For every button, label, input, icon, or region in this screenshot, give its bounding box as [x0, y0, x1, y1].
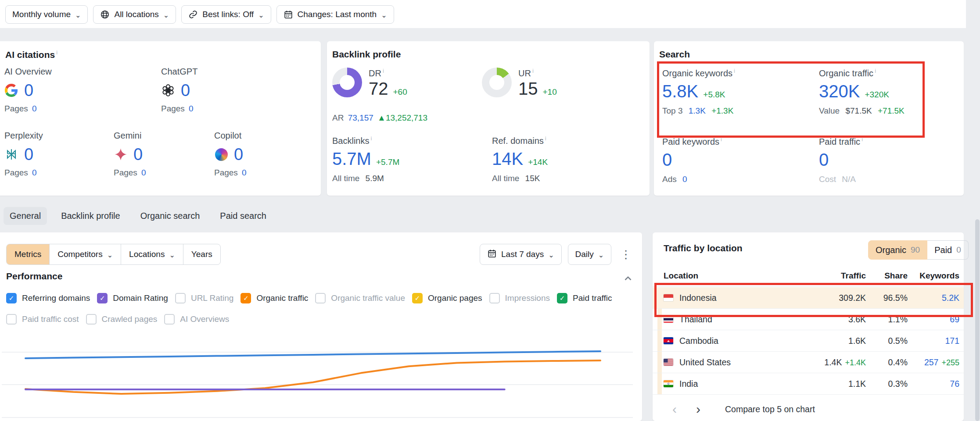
ai-citation-chatgpt: ChatGPT0Pages0 — [161, 67, 316, 114]
info-icon[interactable]: i — [370, 135, 372, 142]
paid-keywords-value-link[interactable]: 0 — [662, 150, 672, 170]
flag-india-icon — [664, 380, 673, 387]
pages-value-link[interactable]: 0 — [32, 104, 37, 113]
tab-general[interactable]: General — [4, 207, 47, 225]
keywords-link[interactable]: 76 — [950, 379, 959, 389]
metric-checkbox-paid-traffic[interactable]: ✓Paid traffic — [557, 293, 612, 303]
info-icon[interactable]: i — [734, 68, 735, 74]
ai-citations-value-link[interactable]: 0 — [24, 81, 33, 100]
organic-traffic-value-link[interactable]: 320K — [819, 82, 860, 101]
tab-organic-search[interactable]: Organic search — [134, 207, 206, 225]
granularity-button[interactable]: Daily ⌄ — [568, 244, 612, 265]
cost-line: Cost N/A — [819, 175, 955, 184]
toolbar-filters: Monthly volume⌄All locations⌄Best links:… — [5, 5, 394, 24]
ai-source-label: Gemini — [114, 131, 214, 141]
collapse-section-button[interactable] — [622, 273, 634, 286]
keywords-cell: 5.2K — [908, 293, 959, 303]
toggle-paid[interactable]: Paid0 — [927, 240, 969, 260]
metric-checkbox-ai-overviews[interactable]: AI Overviews — [164, 314, 229, 325]
segment-competitors[interactable]: Competitors⌄ — [49, 244, 121, 264]
metric-checkbox-impressions[interactable]: Impressions — [489, 293, 550, 303]
vertical-scrollbar[interactable] — [975, 219, 980, 421]
keywords-link[interactable]: 257 — [924, 357, 939, 367]
keywords-link[interactable]: 5.2K — [942, 293, 959, 303]
filter-button-changes-last-month[interactable]: Changes: Last month⌄ — [276, 5, 394, 24]
metric-checkbox-url-rating[interactable]: URL Rating — [175, 293, 234, 303]
info-icon[interactable]: i — [383, 68, 384, 74]
info-icon[interactable]: i — [545, 135, 546, 142]
link-icon — [188, 10, 198, 19]
tab-paid-search[interactable]: Paid search — [214, 207, 273, 225]
ai-citations-value-link[interactable]: 0 — [234, 145, 243, 164]
location-row-cambodia[interactable]: Cambodia1.6K0.5%171 — [653, 330, 964, 352]
location-row-indonesia[interactable]: Indonesia309.2K96.5%5.2K — [653, 287, 964, 309]
info-icon[interactable]: i — [532, 68, 534, 74]
location-row-india[interactable]: India1.1K0.3%76 — [653, 373, 964, 395]
paid-traffic-value-link[interactable]: 0 — [819, 150, 829, 170]
date-range-button[interactable]: Last 7 days ⌄ — [480, 244, 562, 265]
info-icon[interactable]: i — [862, 136, 863, 143]
ref-domains-value-link[interactable]: 14K — [492, 149, 523, 169]
filter-button-monthly-volume[interactable]: Monthly volume⌄ — [5, 5, 88, 24]
metric-checkbox-crawled-pages[interactable]: Crawled pages — [86, 314, 158, 325]
traffic-value: 309.2K — [839, 293, 866, 303]
metric-checkbox-organic-pages[interactable]: ✓Organic pages — [412, 293, 482, 303]
checkbox-icon: ✓ — [241, 293, 251, 303]
ai-citation-copilot: Copilot0Pages0 — [214, 131, 316, 178]
pages-value-link[interactable]: 0 — [32, 168, 37, 177]
segment-years[interactable]: Years — [183, 244, 220, 264]
flag-thailand-icon — [664, 316, 673, 323]
paid-keywords-label: Paid keywordsi — [662, 136, 819, 147]
pages-value-link[interactable]: 0 — [189, 104, 194, 113]
toggle-count: 0 — [956, 245, 961, 255]
location-table-body: Indonesia309.2K96.5%5.2KThailand3.6K1.1%… — [653, 287, 964, 395]
pages-label: Pages — [214, 168, 238, 177]
metric-checkbox-organic-traffic-value[interactable]: Organic traffic value — [315, 293, 405, 303]
ads-value-link[interactable]: 0 — [682, 175, 687, 184]
column-traffic: Traffic — [800, 271, 866, 281]
segment-locations[interactable]: Locations⌄ — [121, 244, 183, 264]
info-icon[interactable]: i — [721, 136, 722, 143]
chart-mode-segments: MetricsCompetitors⌄Locations⌄Years — [6, 244, 221, 265]
keywords-cell: 76 — [908, 379, 959, 389]
ai-citations-value-link[interactable]: 0 — [24, 145, 33, 164]
metric-checkbox-row-2: Paid traffic costCrawled pagesAI Overvie… — [6, 314, 229, 325]
keywords-link[interactable]: 69 — [950, 314, 959, 324]
pages-value-link[interactable]: 0 — [242, 168, 247, 177]
calendar-icon — [487, 249, 497, 260]
top3-value-link[interactable]: 1.3K — [689, 106, 706, 115]
toggle-organic[interactable]: Organic90 — [868, 240, 927, 260]
metric-checkbox-referring-domains[interactable]: ✓Referring domains — [6, 293, 90, 303]
segment-metrics[interactable]: Metrics — [7, 244, 49, 264]
next-page-icon[interactable]: › — [696, 403, 700, 416]
organic-keywords-value-link[interactable]: 5.8K — [662, 82, 698, 101]
prev-page-icon[interactable]: ‹ — [672, 403, 677, 416]
filter-button-all-locations[interactable]: All locations⌄ — [93, 5, 176, 24]
column-share: Share — [866, 271, 908, 281]
traffic-value: 1.1K — [848, 379, 866, 389]
info-icon[interactable]: i — [875, 68, 876, 74]
filter-button-best-links-off[interactable]: Best links: Off⌄ — [181, 5, 271, 24]
ar-value-link[interactable]: 73,157 — [348, 113, 373, 122]
metric-checkbox-organic-traffic[interactable]: ✓Organic traffic — [241, 293, 308, 303]
metric-checkbox-paid-traffic-cost[interactable]: Paid traffic cost — [6, 314, 79, 325]
keywords-link[interactable]: 171 — [945, 336, 959, 346]
backlinks-alltime: All time 5.9M — [332, 174, 492, 183]
tab-backlink-profile[interactable]: Backlink profile — [55, 207, 126, 225]
chevron-down-icon: ⌄ — [548, 252, 554, 259]
info-icon[interactable]: i — [56, 49, 57, 56]
checkbox-icon: ✓ — [6, 293, 17, 303]
chevron-down-icon: ⌄ — [107, 252, 113, 259]
backlink-profile-card: Backlink profile DRi 72 +60 URi 15 — [327, 41, 650, 196]
pages-line: Pages0 — [114, 168, 214, 178]
ai-citations-value-link[interactable]: 0 — [133, 145, 143, 164]
location-row-thailand[interactable]: Thailand3.6K1.1%69 — [653, 309, 964, 330]
ai-citations-value-link[interactable]: 0 — [181, 81, 190, 100]
traffic-by-location-title: Traffic by location — [664, 243, 743, 253]
more-options-button[interactable]: ⋮ — [617, 249, 634, 260]
pages-value-link[interactable]: 0 — [141, 168, 146, 177]
metric-label: Domain Rating — [113, 293, 168, 303]
metric-checkbox-domain-rating[interactable]: ✓Domain Rating — [97, 293, 168, 303]
location-row-united-states[interactable]: United States1.4K+1.4K0.4%257+255 — [653, 352, 964, 373]
backlinks-value-link[interactable]: 5.7M — [332, 149, 371, 169]
